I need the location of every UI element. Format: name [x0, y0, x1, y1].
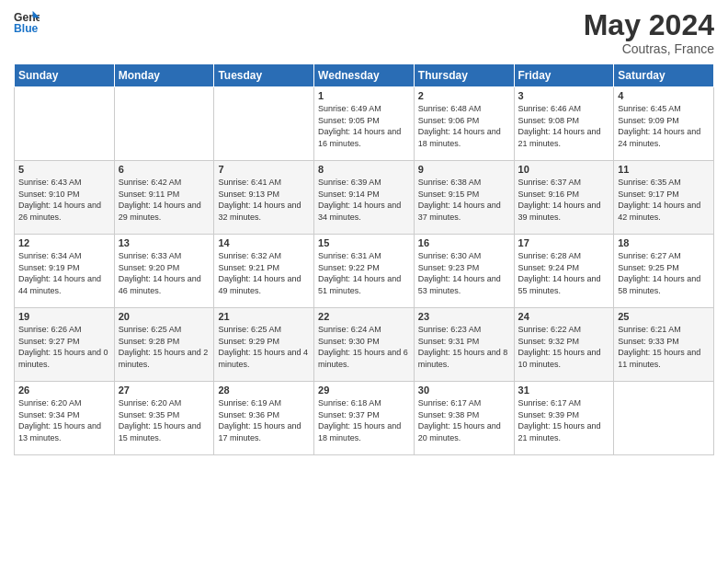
day-number: 26	[18, 385, 110, 396]
day-number: 8	[318, 164, 410, 175]
day-number: 21	[218, 311, 310, 322]
calendar-cell: 10Sunrise: 6:37 AM Sunset: 9:16 PM Dayli…	[514, 161, 614, 235]
cell-daylight-info: Sunrise: 6:46 AM Sunset: 9:08 PM Dayligh…	[518, 103, 610, 149]
col-monday: Monday	[114, 64, 214, 87]
day-number: 16	[418, 237, 510, 248]
calendar-cell: 23Sunrise: 6:23 AM Sunset: 9:31 PM Dayli…	[414, 308, 514, 382]
calendar-cell: 2Sunrise: 6:48 AM Sunset: 9:06 PM Daylig…	[414, 87, 514, 161]
cell-daylight-info: Sunrise: 6:33 AM Sunset: 9:20 PM Dayligh…	[119, 250, 210, 296]
day-number: 13	[119, 237, 210, 248]
day-number: 15	[318, 237, 410, 248]
calendar-cell	[114, 87, 214, 161]
cell-daylight-info: Sunrise: 6:24 AM Sunset: 9:30 PM Dayligh…	[318, 324, 410, 370]
day-number: 9	[418, 164, 510, 175]
day-number: 30	[418, 385, 510, 396]
cell-daylight-info: Sunrise: 6:32 AM Sunset: 9:21 PM Dayligh…	[218, 250, 310, 296]
day-number: 22	[318, 311, 410, 322]
day-number: 20	[119, 311, 210, 322]
calendar-cell: 28Sunrise: 6:19 AM Sunset: 9:36 PM Dayli…	[214, 382, 314, 455]
cell-daylight-info: Sunrise: 6:38 AM Sunset: 9:15 PM Dayligh…	[418, 177, 510, 223]
cell-daylight-info: Sunrise: 6:48 AM Sunset: 9:06 PM Dayligh…	[418, 103, 510, 149]
day-number: 31	[518, 385, 610, 396]
week-row-0: 1Sunrise: 6:49 AM Sunset: 9:05 PM Daylig…	[15, 87, 714, 161]
week-row-2: 12Sunrise: 6:34 AM Sunset: 9:19 PM Dayli…	[15, 235, 714, 308]
cell-daylight-info: Sunrise: 6:20 AM Sunset: 9:35 PM Dayligh…	[119, 397, 210, 443]
day-number: 18	[618, 237, 710, 248]
day-number: 25	[618, 311, 710, 322]
calendar-cell: 22Sunrise: 6:24 AM Sunset: 9:30 PM Dayli…	[314, 308, 415, 382]
cell-daylight-info: Sunrise: 6:31 AM Sunset: 9:22 PM Dayligh…	[318, 250, 410, 296]
cell-daylight-info: Sunrise: 6:42 AM Sunset: 9:11 PM Dayligh…	[119, 177, 210, 223]
cell-daylight-info: Sunrise: 6:28 AM Sunset: 9:24 PM Dayligh…	[518, 250, 610, 296]
cell-daylight-info: Sunrise: 6:18 AM Sunset: 9:37 PM Dayligh…	[318, 397, 410, 443]
logo: General Blue	[14, 9, 40, 35]
calendar-cell: 16Sunrise: 6:30 AM Sunset: 9:23 PM Dayli…	[414, 235, 514, 308]
calendar-cell	[15, 87, 115, 161]
cell-daylight-info: Sunrise: 6:45 AM Sunset: 9:09 PM Dayligh…	[618, 103, 710, 149]
calendar-cell: 8Sunrise: 6:39 AM Sunset: 9:14 PM Daylig…	[314, 161, 415, 235]
cell-daylight-info: Sunrise: 6:49 AM Sunset: 9:05 PM Dayligh…	[318, 103, 410, 149]
cell-daylight-info: Sunrise: 6:17 AM Sunset: 9:39 PM Dayligh…	[518, 397, 610, 443]
day-number: 11	[618, 164, 710, 175]
calendar-cell: 17Sunrise: 6:28 AM Sunset: 9:24 PM Dayli…	[514, 235, 614, 308]
calendar-cell: 24Sunrise: 6:22 AM Sunset: 9:32 PM Dayli…	[514, 308, 614, 382]
day-number: 14	[218, 237, 310, 248]
week-row-1: 5Sunrise: 6:43 AM Sunset: 9:10 PM Daylig…	[15, 161, 714, 235]
calendar-cell: 3Sunrise: 6:46 AM Sunset: 9:08 PM Daylig…	[514, 87, 614, 161]
cell-daylight-info: Sunrise: 6:26 AM Sunset: 9:27 PM Dayligh…	[18, 324, 110, 370]
calendar-cell: 7Sunrise: 6:41 AM Sunset: 9:13 PM Daylig…	[214, 161, 314, 235]
calendar-cell: 4Sunrise: 6:45 AM Sunset: 9:09 PM Daylig…	[614, 87, 714, 161]
cell-daylight-info: Sunrise: 6:37 AM Sunset: 9:16 PM Dayligh…	[518, 177, 610, 223]
col-friday: Friday	[514, 64, 614, 87]
cell-daylight-info: Sunrise: 6:21 AM Sunset: 9:33 PM Dayligh…	[618, 324, 710, 370]
calendar-cell: 25Sunrise: 6:21 AM Sunset: 9:33 PM Dayli…	[614, 308, 714, 382]
header: General Blue May 2024 Coutras, France	[14, 9, 714, 56]
col-wednesday: Wednesday	[314, 64, 415, 87]
cell-daylight-info: Sunrise: 6:30 AM Sunset: 9:23 PM Dayligh…	[418, 250, 510, 296]
calendar-header-row: Sunday Monday Tuesday Wednesday Thursday…	[15, 64, 714, 87]
logo-icon: General Blue	[14, 9, 40, 35]
day-number: 19	[18, 311, 110, 322]
cell-daylight-info: Sunrise: 6:39 AM Sunset: 9:14 PM Dayligh…	[318, 177, 410, 223]
calendar-cell: 1Sunrise: 6:49 AM Sunset: 9:05 PM Daylig…	[314, 87, 415, 161]
col-saturday: Saturday	[614, 64, 714, 87]
calendar-cell: 13Sunrise: 6:33 AM Sunset: 9:20 PM Dayli…	[114, 235, 214, 308]
location: Coutras, France	[584, 41, 714, 56]
cell-daylight-info: Sunrise: 6:43 AM Sunset: 9:10 PM Dayligh…	[18, 177, 110, 223]
day-number: 12	[18, 237, 110, 248]
calendar-cell: 27Sunrise: 6:20 AM Sunset: 9:35 PM Dayli…	[114, 382, 214, 455]
cell-daylight-info: Sunrise: 6:25 AM Sunset: 9:29 PM Dayligh…	[218, 324, 310, 370]
calendar-cell: 11Sunrise: 6:35 AM Sunset: 9:17 PM Dayli…	[614, 161, 714, 235]
day-number: 29	[318, 385, 410, 396]
day-number: 10	[518, 164, 610, 175]
day-number: 7	[218, 164, 310, 175]
cell-daylight-info: Sunrise: 6:27 AM Sunset: 9:25 PM Dayligh…	[618, 250, 710, 296]
cell-daylight-info: Sunrise: 6:34 AM Sunset: 9:19 PM Dayligh…	[18, 250, 110, 296]
week-row-3: 19Sunrise: 6:26 AM Sunset: 9:27 PM Dayli…	[15, 308, 714, 382]
calendar-cell: 6Sunrise: 6:42 AM Sunset: 9:11 PM Daylig…	[114, 161, 214, 235]
calendar-cell: 18Sunrise: 6:27 AM Sunset: 9:25 PM Dayli…	[614, 235, 714, 308]
calendar-cell: 31Sunrise: 6:17 AM Sunset: 9:39 PM Dayli…	[514, 382, 614, 455]
month-year: May 2024	[584, 9, 714, 41]
cell-daylight-info: Sunrise: 6:19 AM Sunset: 9:36 PM Dayligh…	[218, 397, 310, 443]
calendar-cell	[614, 382, 714, 455]
day-number: 24	[518, 311, 610, 322]
calendar-cell: 21Sunrise: 6:25 AM Sunset: 9:29 PM Dayli…	[214, 308, 314, 382]
day-number: 27	[119, 385, 210, 396]
calendar-cell: 15Sunrise: 6:31 AM Sunset: 9:22 PM Dayli…	[314, 235, 415, 308]
page: General Blue May 2024 Coutras, France Su…	[0, 0, 728, 563]
cell-daylight-info: Sunrise: 6:22 AM Sunset: 9:32 PM Dayligh…	[518, 324, 610, 370]
svg-text:Blue: Blue	[14, 22, 39, 35]
calendar-cell: 26Sunrise: 6:20 AM Sunset: 9:34 PM Dayli…	[15, 382, 115, 455]
day-number: 17	[518, 237, 610, 248]
col-tuesday: Tuesday	[214, 64, 314, 87]
calendar-cell: 29Sunrise: 6:18 AM Sunset: 9:37 PM Dayli…	[314, 382, 415, 455]
day-number: 5	[18, 164, 110, 175]
day-number: 23	[418, 311, 510, 322]
calendar-cell: 12Sunrise: 6:34 AM Sunset: 9:19 PM Dayli…	[15, 235, 115, 308]
cell-daylight-info: Sunrise: 6:25 AM Sunset: 9:28 PM Dayligh…	[119, 324, 210, 370]
day-number: 4	[618, 90, 710, 101]
day-number: 3	[518, 90, 610, 101]
cell-daylight-info: Sunrise: 6:20 AM Sunset: 9:34 PM Dayligh…	[18, 397, 110, 443]
cell-daylight-info: Sunrise: 6:41 AM Sunset: 9:13 PM Dayligh…	[218, 177, 310, 223]
